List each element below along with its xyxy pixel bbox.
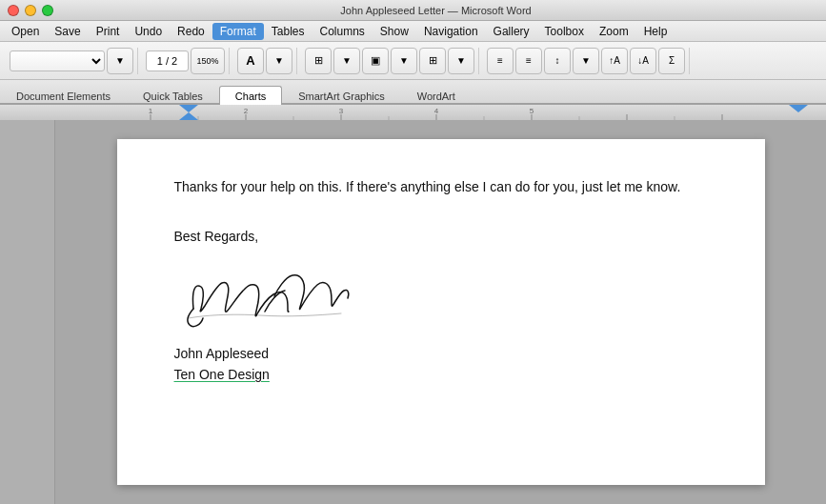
font-group: A ▼ [233, 48, 297, 74]
title-bar: John Appleseed Letter — Microsoft Word [0, 0, 826, 21]
style-arrow[interactable]: ▼ [107, 48, 133, 74]
zoom-btn[interactable]: 150% [191, 48, 225, 74]
tab-charts[interactable]: Charts [219, 86, 282, 105]
menu-redo[interactable]: Redo [170, 23, 212, 40]
sum-btn[interactable]: Σ [658, 48, 685, 74]
menu-navigation[interactable]: Navigation [416, 23, 486, 40]
svg-text:5: 5 [530, 107, 534, 115]
style-group2: ⊞ ▼ ▣ ▼ ⊞ ▼ [301, 48, 479, 74]
spacing-arrow[interactable]: ▼ [573, 48, 599, 74]
window-title: John Appleseed Letter — Microsoft Word [53, 5, 818, 16]
menu-show[interactable]: Show [373, 23, 416, 40]
signature-area [174, 256, 708, 338]
tab-quick-tables[interactable]: Quick Tables [127, 86, 219, 105]
menu-help[interactable]: Help [636, 23, 675, 40]
greeting: Best Regards, [174, 226, 708, 247]
ruler: 1 2 3 4 5 [0, 105, 826, 120]
tab-wordart[interactable]: WordArt [401, 86, 472, 105]
menu-toolbox[interactable]: Toolbox [537, 23, 592, 40]
body-text: Thanks for your help on this. If there's… [174, 177, 708, 197]
grid-arrow[interactable]: ▼ [448, 48, 474, 74]
menu-bar: Open Save Print Undo Redo Format Tables … [0, 21, 826, 42]
page-group: 1 / 2 150% [142, 48, 230, 74]
svg-text:3: 3 [339, 107, 344, 115]
style-group: ▼ [6, 48, 138, 74]
border-btn[interactable]: ⊞ [305, 48, 332, 74]
menu-zoom[interactable]: Zoom [592, 23, 636, 40]
tab-smartart[interactable]: SmartArt Graphics [282, 86, 400, 105]
menu-tables[interactable]: Tables [264, 23, 312, 40]
svg-text:4: 4 [434, 107, 439, 115]
spacing-btn[interactable]: ↕ [544, 48, 571, 74]
grid-btn[interactable]: ⊞ [419, 48, 446, 74]
svg-marker-20 [789, 105, 808, 112]
signer-company: Ten One Design [174, 364, 708, 385]
highlight-btn[interactable]: ▼ [266, 48, 292, 74]
svg-marker-19 [179, 105, 198, 112]
document-page[interactable]: Thanks for your help on this. If there's… [117, 139, 765, 485]
shade-arrow[interactable]: ▼ [391, 48, 417, 74]
close-button[interactable] [8, 5, 19, 16]
menu-save[interactable]: Save [47, 23, 88, 40]
tab-document-elements[interactable]: Document Elements [0, 86, 127, 105]
menu-format[interactable]: Format [212, 23, 264, 40]
document-area: Thanks for your help on this. If there's… [0, 120, 826, 504]
sort-desc-btn[interactable]: ↓A [630, 48, 656, 74]
document-scroll[interactable]: Thanks for your help on this. If there's… [55, 120, 826, 504]
align-group: ≡ ≡ ↕ ▼ ↑A ↓A Σ [483, 48, 690, 74]
shade-btn[interactable]: ▣ [362, 48, 389, 74]
minimize-button[interactable] [25, 5, 36, 16]
page-indicator: 1 / 2 [146, 50, 189, 71]
menu-gallery[interactable]: Gallery [486, 23, 537, 40]
style-select[interactable] [10, 50, 105, 71]
toolbar: ▼ 1 / 2 150% A ▼ ⊞ ▼ ▣ ▼ ⊞ ▼ ≡ ≡ ↕ ▼ ↑A … [0, 42, 826, 80]
svg-marker-18 [179, 112, 198, 120]
menu-columns[interactable]: Columns [312, 23, 372, 40]
svg-text:2: 2 [244, 107, 249, 115]
sort-asc-btn[interactable]: ↑A [601, 48, 628, 74]
border-arrow[interactable]: ▼ [333, 48, 360, 74]
menu-undo[interactable]: Undo [127, 23, 170, 40]
maximize-button[interactable] [42, 5, 53, 16]
signature-svg [174, 256, 365, 333]
signer-name: John Appleseed [174, 343, 708, 364]
window-controls[interactable] [8, 5, 53, 16]
font-color-btn[interactable]: A [237, 48, 264, 74]
svg-text:1: 1 [149, 107, 153, 115]
letter-body: Thanks for your help on this. If there's… [174, 177, 708, 197]
align-left-btn[interactable]: ≡ [487, 48, 514, 74]
ribbon-tabs: Document Elements Quick Tables Charts Sm… [0, 80, 826, 105]
menu-print[interactable]: Print [89, 23, 128, 40]
menu-open[interactable]: Open [4, 23, 47, 40]
left-sidebar [0, 120, 55, 504]
align-center-btn[interactable]: ≡ [515, 48, 542, 74]
